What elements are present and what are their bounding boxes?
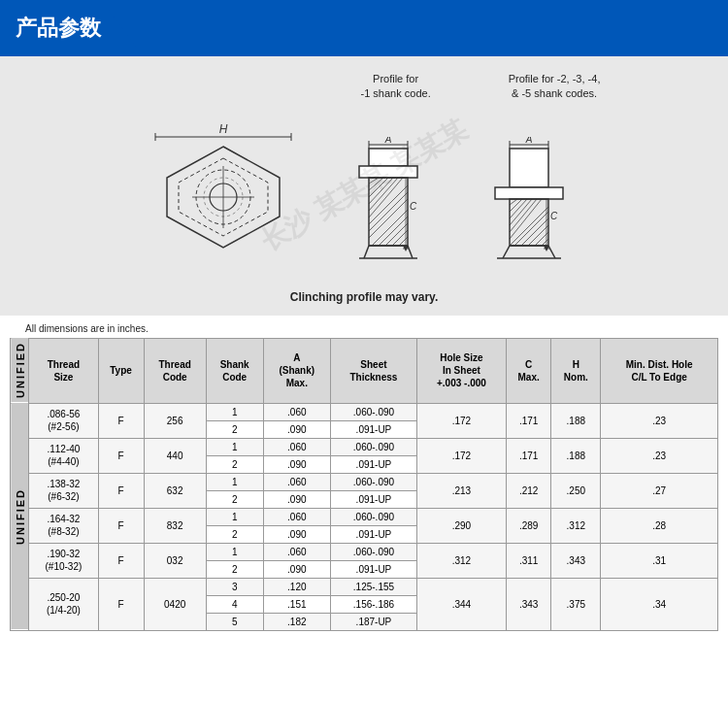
shank-code-cell: 2 <box>206 525 263 543</box>
shank-code-cell: 3 <box>206 578 263 595</box>
sheet-thickness-cell: .091-UP <box>331 420 417 438</box>
c-max-cell: .289 <box>506 508 550 543</box>
thread-size-cell: .190-32 (#10-32) <box>29 543 98 578</box>
col-h-nom: HNom. <box>551 338 601 403</box>
thread-code-cell: 0420 <box>144 578 206 630</box>
clinch-note: Clinching profile may vary. <box>19 290 709 304</box>
svg-line-35 <box>392 230 408 246</box>
a-max-cell: .120 <box>263 578 330 595</box>
svg-rect-15 <box>369 149 408 166</box>
svg-text:A: A <box>525 137 533 145</box>
svg-line-66 <box>503 246 510 258</box>
table-row: .112-40 (#4-40)F4401.060.060-.090.172.17… <box>11 438 718 455</box>
svg-line-54 <box>510 199 522 212</box>
c-max-cell: .171 <box>506 438 550 473</box>
col-hole-size: Hole SizeIn Sheet+.003 -.000 <box>416 338 506 403</box>
table-section: All dimensions are in inches. UNIFIED Th… <box>0 323 728 647</box>
page-title: 产品参数 <box>16 14 101 43</box>
hole-size-cell: .344 <box>416 578 506 630</box>
sheet-thickness-cell: .060-.090 <box>331 508 417 525</box>
a-max-cell: .060 <box>263 473 330 490</box>
svg-line-32 <box>372 210 408 246</box>
svg-line-39 <box>408 246 413 258</box>
svg-rect-21 <box>359 166 417 178</box>
svg-line-59 <box>510 207 548 246</box>
type-cell: F <box>98 508 144 543</box>
shank-code-cell: 1 <box>206 473 263 490</box>
svg-line-67 <box>548 246 555 258</box>
shank-code-cell: 1 <box>206 508 263 525</box>
svg-line-56 <box>510 199 532 225</box>
sheet-thickness-cell: .060-.090 <box>331 438 417 455</box>
shank-code-cell: 5 <box>206 613 263 630</box>
col-sheet-thickness: SheetThickness <box>331 338 417 403</box>
min-dist-cell: .28 <box>601 508 718 543</box>
sheet-thickness-cell: .060-.090 <box>331 403 417 420</box>
table-row: UNIFIED.086-56 (#2-56)F2561.060.060-.090… <box>11 403 718 420</box>
sheet-thickness-cell: .091-UP <box>331 560 417 578</box>
hex-svg: H <box>146 119 301 275</box>
svg-line-36 <box>399 237 408 246</box>
thread-size-cell: .164-32 (#8-32) <box>29 508 98 543</box>
h-nom-cell: .188 <box>551 403 601 438</box>
svg-line-61 <box>521 218 548 246</box>
sheet-thickness-cell: .156-.186 <box>331 595 417 613</box>
min-dist-cell: .34 <box>601 578 718 630</box>
dimensions-note: All dimensions are in inches. <box>25 323 703 334</box>
table-row: .138-32 (#6-32)F6321.060.060-.090.213.21… <box>11 473 718 490</box>
diagram-section: 长沙 某某某 某某某 Profile for-1 shank code. Pro… <box>0 56 728 316</box>
sheet-thickness-cell: .091-UP <box>331 490 417 508</box>
diagrams-row: H A <box>19 110 709 284</box>
svg-line-23 <box>369 178 379 184</box>
svg-rect-51 <box>495 187 563 199</box>
col-thread-size: ThreadSize <box>29 338 98 403</box>
profile-label-2: Profile for -2, -3, -4,& -5 shank codes. <box>509 72 601 102</box>
sheet-thickness-cell: .125-.155 <box>331 578 417 595</box>
min-dist-cell: .31 <box>601 543 718 578</box>
thread-code-cell: 440 <box>144 438 206 473</box>
side-label: UNIFIED <box>11 338 29 403</box>
shank-code-cell: 2 <box>206 420 263 438</box>
thread-size-cell: .112-40 (#4-40) <box>29 438 98 473</box>
col-min-dist: Min. Dist. HoleC/L To Edge <box>601 338 718 403</box>
type-cell: F <box>98 438 144 473</box>
col-thread-code: ThreadCode <box>144 338 206 403</box>
col-a-max: A(Shank)Max. <box>263 338 330 403</box>
profile-1-svg: A C <box>340 137 437 273</box>
hole-size-cell: .172 <box>416 403 506 438</box>
svg-text:H: H <box>219 122 228 136</box>
a-max-cell: .090 <box>263 560 330 578</box>
min-dist-cell: .23 <box>601 438 718 473</box>
hex-top-view: H <box>146 119 301 275</box>
table-row: .250-20 (1/4-20)F04203.120.125-.155.344.… <box>11 578 718 595</box>
a-max-cell: .060 <box>263 438 330 455</box>
a-max-cell: .060 <box>263 508 330 525</box>
c-max-cell: .311 <box>506 543 550 578</box>
h-nom-cell: .343 <box>551 543 601 578</box>
a-max-cell: .090 <box>263 525 330 543</box>
sheet-thickness-cell: .187-UP <box>331 613 417 630</box>
shank-code-cell: 2 <box>206 560 263 578</box>
a-max-cell: .090 <box>263 420 330 438</box>
thread-code-cell: 632 <box>144 473 206 508</box>
h-nom-cell: .250 <box>551 473 601 508</box>
svg-line-58 <box>510 199 542 239</box>
hole-size-cell: .172 <box>416 438 506 473</box>
svg-line-64 <box>542 239 548 246</box>
hole-size-cell: .312 <box>416 543 506 578</box>
a-max-cell: .060 <box>263 543 330 560</box>
col-type: Type <box>98 338 144 403</box>
profile-2-view: A C <box>476 137 582 275</box>
svg-line-28 <box>369 178 403 217</box>
h-nom-cell: .375 <box>551 578 601 630</box>
thread-size-cell: .250-20 (1/4-20) <box>29 578 98 630</box>
sheet-thickness-cell: .060-.090 <box>331 543 417 560</box>
shank-code-cell: 2 <box>206 455 263 473</box>
thread-size-cell: .138-32 (#6-32) <box>29 473 98 508</box>
h-nom-cell: .188 <box>551 438 601 473</box>
shank-code-cell: 1 <box>206 403 263 420</box>
type-cell: F <box>98 543 144 578</box>
diagram-labels: Profile for-1 shank code. Profile for -2… <box>19 72 709 102</box>
svg-line-60 <box>514 212 548 246</box>
svg-rect-45 <box>510 149 548 187</box>
